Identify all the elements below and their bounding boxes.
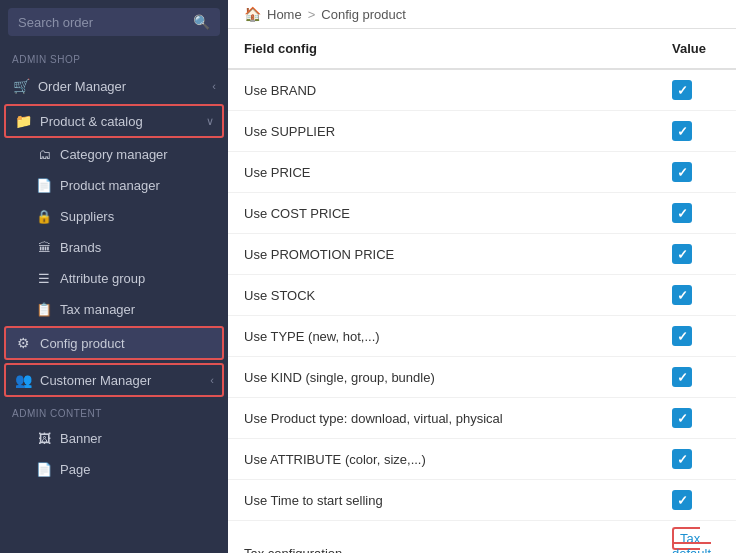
config-icon: ⚙ — [14, 335, 32, 351]
customer-icon: 👥 — [14, 372, 32, 388]
value-cell: ✓ — [656, 357, 736, 398]
sidebar-item-page[interactable]: 📄 Page — [0, 454, 228, 485]
breadcrumb: 🏠 Home > Config product — [228, 0, 736, 29]
attribute-icon: ☰ — [36, 271, 52, 286]
main-content: 🏠 Home > Config product Field config Val… — [228, 0, 736, 553]
value-cell: ✓ — [656, 439, 736, 480]
sidebar-item-label: Customer Manager — [40, 373, 151, 388]
arrow-icon: ‹ — [212, 80, 216, 92]
table-row: Use COST PRICE✓ — [228, 193, 736, 234]
field-label: Use COST PRICE — [228, 193, 656, 234]
checkbox-checked[interactable]: ✓ — [672, 80, 692, 100]
field-label: Use BRAND — [228, 69, 656, 111]
sidebar-item-label: Product & catalog — [40, 114, 143, 129]
sidebar: 🔍 ADMIN SHOP 🛒 Order Manager ‹ 📁 Product… — [0, 0, 228, 553]
brands-icon: 🏛 — [36, 240, 52, 255]
value-cell: ✓ — [656, 111, 736, 152]
checkbox-checked[interactable]: ✓ — [672, 449, 692, 469]
field-label: Use KIND (single, group, bundle) — [228, 357, 656, 398]
product-icon: 📄 — [36, 178, 52, 193]
col-header-field: Field config — [228, 29, 656, 69]
checkbox-checked[interactable]: ✓ — [672, 367, 692, 387]
checkbox-checked[interactable]: ✓ — [672, 490, 692, 510]
search-icon: 🔍 — [193, 14, 210, 30]
field-label: Use PROMOTION PRICE — [228, 234, 656, 275]
table-row: Use KIND (single, group, bundle)✓ — [228, 357, 736, 398]
sidebar-item-banner[interactable]: 🖼 Banner — [0, 423, 228, 454]
table-row: Tax configurationTax default (10%) — [228, 521, 736, 554]
sidebar-item-suppliers[interactable]: 🔒 Suppliers — [0, 201, 228, 232]
section-label-admin-content: ADMIN CONTENT — [0, 398, 228, 423]
sidebar-item-product-manager[interactable]: 📄 Product manager — [0, 170, 228, 201]
checkbox-checked[interactable]: ✓ — [672, 121, 692, 141]
field-label: Use Time to start selling — [228, 480, 656, 521]
breadcrumb-current: Config product — [321, 7, 406, 22]
value-cell: ✓ — [656, 275, 736, 316]
category-icon: 🗂 — [36, 147, 52, 162]
sidebar-item-label: Category manager — [60, 147, 168, 162]
checkbox-checked[interactable]: ✓ — [672, 203, 692, 223]
tax-link[interactable]: Tax default (10%) — [672, 527, 715, 553]
field-label: Use STOCK — [228, 275, 656, 316]
checkbox-checked[interactable]: ✓ — [672, 162, 692, 182]
config-table-wrap: Field config Value Use BRAND✓Use SUPPLIE… — [228, 29, 736, 553]
value-cell: ✓ — [656, 152, 736, 193]
sidebar-item-customer-manager[interactable]: 👥 Customer Manager ‹ — [4, 363, 224, 397]
sidebar-item-label: Suppliers — [60, 209, 114, 224]
page-icon: 📄 — [36, 462, 52, 477]
table-row: Use Time to start selling✓ — [228, 480, 736, 521]
table-row: Use PROMOTION PRICE✓ — [228, 234, 736, 275]
breadcrumb-home[interactable]: Home — [267, 7, 302, 22]
sidebar-item-label: Brands — [60, 240, 101, 255]
sidebar-item-attribute-group[interactable]: ☰ Attribute group — [0, 263, 228, 294]
sidebar-item-label: Order Manager — [38, 79, 126, 94]
value-cell: ✓ — [656, 193, 736, 234]
sidebar-item-product-catalog[interactable]: 📁 Product & catalog ∨ — [4, 104, 224, 138]
value-cell: ✓ — [656, 234, 736, 275]
table-row: Use SUPPLIER✓ — [228, 111, 736, 152]
sidebar-item-label: Page — [60, 462, 90, 477]
section-label-admin-shop: ADMIN SHOP — [0, 44, 228, 69]
suppliers-icon: 🔒 — [36, 209, 52, 224]
field-label: Tax configuration — [228, 521, 656, 554]
table-row: Use BRAND✓ — [228, 69, 736, 111]
sidebar-item-label: Banner — [60, 431, 102, 446]
cart-icon: 🛒 — [12, 78, 30, 94]
home-icon: 🏠 — [244, 6, 261, 22]
value-cell: ✓ — [656, 480, 736, 521]
sidebar-item-tax-manager[interactable]: 📋 Tax manager — [0, 294, 228, 325]
table-row: Use PRICE✓ — [228, 152, 736, 193]
value-cell: ✓ — [656, 398, 736, 439]
config-table: Field config Value Use BRAND✓Use SUPPLIE… — [228, 29, 736, 553]
checkbox-checked[interactable]: ✓ — [672, 326, 692, 346]
tax-icon: 📋 — [36, 302, 52, 317]
search-box[interactable]: 🔍 — [8, 8, 220, 36]
field-label: Use TYPE (new, hot,...) — [228, 316, 656, 357]
table-row: Use STOCK✓ — [228, 275, 736, 316]
table-row: Use ATTRIBUTE (color, size,...)✓ — [228, 439, 736, 480]
search-input[interactable] — [18, 15, 187, 30]
breadcrumb-separator: > — [308, 7, 316, 22]
sidebar-item-label: Attribute group — [60, 271, 145, 286]
value-cell[interactable]: Tax default (10%) — [656, 521, 736, 554]
value-cell: ✓ — [656, 316, 736, 357]
sidebar-item-category-manager[interactable]: 🗂 Category manager — [0, 139, 228, 170]
sidebar-item-label: Tax manager — [60, 302, 135, 317]
arrow-icon: ‹ — [210, 374, 214, 386]
field-label: Use PRICE — [228, 152, 656, 193]
folder-icon: 📁 — [14, 113, 32, 129]
chevron-down-icon: ∨ — [206, 115, 214, 128]
field-label: Use SUPPLIER — [228, 111, 656, 152]
col-header-value: Value — [656, 29, 736, 69]
sidebar-item-label: Product manager — [60, 178, 160, 193]
table-row: Use Product type: download, virtual, phy… — [228, 398, 736, 439]
checkbox-checked[interactable]: ✓ — [672, 244, 692, 264]
sidebar-item-brands[interactable]: 🏛 Brands — [0, 232, 228, 263]
sidebar-item-config-product[interactable]: ⚙ Config product — [4, 326, 224, 360]
banner-icon: 🖼 — [36, 431, 52, 446]
checkbox-checked[interactable]: ✓ — [672, 408, 692, 428]
sidebar-item-order-manager[interactable]: 🛒 Order Manager ‹ — [0, 69, 228, 103]
sidebar-item-label: Config product — [40, 336, 125, 351]
checkbox-checked[interactable]: ✓ — [672, 285, 692, 305]
field-label: Use ATTRIBUTE (color, size,...) — [228, 439, 656, 480]
